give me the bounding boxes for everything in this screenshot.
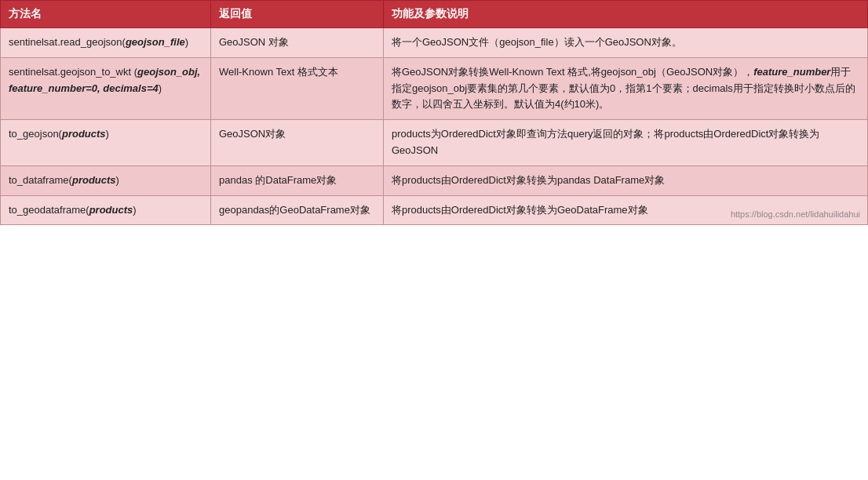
table-container: 方法名 返回值 功能及参数说明 sentinelsat.read_geojson… (0, 0, 868, 225)
cell-method: to_geojson(products) (1, 120, 211, 166)
table-row: sentinelsat.geojson_to_wkt (geojson_obj,… (1, 57, 868, 119)
cell-desc: 将GeoJSON对象转换Well-Known Text 格式,将geojson_… (384, 57, 868, 119)
col-header-desc: 功能及参数说明 (384, 1, 868, 28)
header-row: 方法名 返回值 功能及参数说明 (1, 1, 868, 28)
cell-method: to_geodataframe(products) (1, 195, 211, 225)
cell-desc: 将products由OrderedDict对象转换为pandas DataFra… (384, 165, 868, 195)
main-table: 方法名 返回值 功能及参数说明 sentinelsat.read_geojson… (0, 0, 868, 225)
col-header-return: 返回值 (211, 1, 384, 28)
cell-method: sentinelsat.read_geojson(geojson_file) (1, 28, 211, 58)
cell-desc: 将一个GeoJSON文件（geojson_file）读入一个GeoJSON对象。 (384, 28, 868, 58)
table-row: to_geojson(products)GeoJSON对象products为Or… (1, 120, 868, 166)
cell-desc: 将products由OrderedDict对象转换为GeoDataFrame对象 (384, 195, 868, 225)
cell-return: pandas 的DataFrame对象 (211, 165, 384, 195)
cell-method: to_dataframe(products) (1, 165, 211, 195)
col-header-method: 方法名 (1, 1, 211, 28)
cell-return: Well-Known Text 格式文本 (211, 57, 384, 119)
table-row: to_geodataframe(products)geopandas的GeoDa… (1, 195, 868, 225)
table-row: to_dataframe(products)pandas 的DataFrame对… (1, 165, 868, 195)
table-row: sentinelsat.read_geojson(geojson_file)Ge… (1, 28, 868, 58)
cell-return: geopandas的GeoDataFrame对象 (211, 195, 384, 225)
cell-return: GeoJSON 对象 (211, 28, 384, 58)
cell-method: sentinelsat.geojson_to_wkt (geojson_obj,… (1, 57, 211, 119)
cell-desc: products为OrderedDict对象即查询方法query返回的对象；将p… (384, 120, 868, 166)
cell-return: GeoJSON对象 (211, 120, 384, 166)
